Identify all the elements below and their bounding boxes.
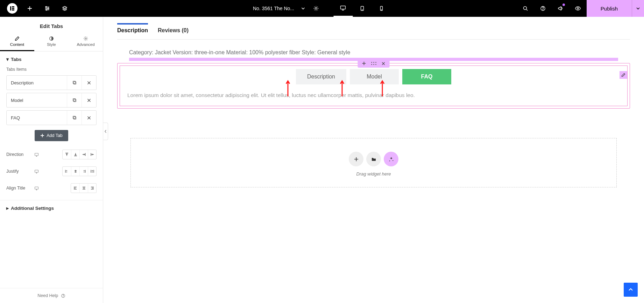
caret-right-icon: ▸ <box>6 205 9 211</box>
justify-center[interactable] <box>71 167 79 176</box>
direction-left[interactable] <box>79 150 88 159</box>
publish-label: Publish <box>601 6 618 12</box>
justify-stretch[interactable] <box>88 167 96 176</box>
align-title-segmented <box>71 183 97 193</box>
product-description-text: Category: Jacket Version: three-in-one M… <box>117 49 630 56</box>
svg-rect-0 <box>10 6 11 11</box>
responsive-icon[interactable] <box>34 169 39 174</box>
direction-top[interactable] <box>63 150 71 159</box>
panel-title: Edit Tabs <box>0 17 103 33</box>
structure-icon[interactable] <box>56 0 73 17</box>
section-tabs-toggle[interactable]: ▾ Tabs <box>0 51 103 67</box>
section-additional-toggle[interactable]: ▸ Additional Settings <box>0 200 103 216</box>
document-dropdown-icon[interactable] <box>297 0 309 17</box>
svg-rect-8 <box>341 6 346 9</box>
widget-tab-model[interactable]: Model <box>350 69 399 84</box>
help-icon[interactable] <box>534 0 552 17</box>
drop-zone[interactable]: Drag widget here <box>130 138 617 187</box>
svg-point-33 <box>371 64 372 65</box>
add-element-icon[interactable] <box>21 0 38 17</box>
widget-drag-icon[interactable] <box>371 62 377 65</box>
svg-point-34 <box>373 64 374 65</box>
align-right[interactable] <box>88 184 96 193</box>
direction-bottom[interactable] <box>71 150 79 159</box>
product-tab-description[interactable]: Description <box>117 23 148 39</box>
publish-options-icon[interactable] <box>632 0 644 17</box>
align-center[interactable] <box>79 184 88 193</box>
svg-point-6 <box>46 9 47 10</box>
duplicate-icon[interactable] <box>67 93 82 107</box>
responsive-icon[interactable] <box>34 186 39 191</box>
duplicate-icon[interactable] <box>67 76 82 90</box>
direction-label: Direction <box>6 152 34 157</box>
svg-rect-27 <box>35 187 38 189</box>
tab-item[interactable]: Description <box>6 75 97 90</box>
panel-tab-style[interactable]: Style <box>34 33 69 51</box>
dropzone-folder-button[interactable] <box>366 152 381 166</box>
panel-tab-content[interactable]: Content <box>0 33 34 51</box>
tabs-widget[interactable]: Description Model FAQ Lorem ipsum dolor … <box>117 63 630 109</box>
panel-tab-advanced[interactable]: Advanced <box>69 33 103 51</box>
justify-start[interactable] <box>63 167 71 176</box>
widget-edit-icon[interactable] <box>620 71 627 79</box>
svg-point-5 <box>48 8 49 9</box>
svg-rect-19 <box>73 82 76 84</box>
remove-icon[interactable] <box>82 93 96 107</box>
product-tab-reviews[interactable]: Reviews (0) <box>158 27 189 39</box>
svg-rect-23 <box>73 117 76 119</box>
widget-tab-faq[interactable]: FAQ <box>402 69 451 84</box>
svg-rect-24 <box>73 116 75 119</box>
svg-point-31 <box>373 62 374 63</box>
responsive-icon[interactable] <box>34 152 39 157</box>
tabs-items-label: Tabs Items <box>6 67 97 72</box>
justify-end[interactable] <box>79 167 88 176</box>
site-settings-icon[interactable] <box>38 0 56 17</box>
svg-point-35 <box>375 64 376 65</box>
svg-rect-26 <box>35 170 38 172</box>
publish-button[interactable]: Publish <box>587 0 632 17</box>
device-mobile-tab[interactable] <box>372 0 391 17</box>
chevron-up-icon <box>628 287 634 292</box>
scroll-to-top-button[interactable] <box>624 283 638 297</box>
page-settings-icon[interactable] <box>309 0 323 17</box>
gear-icon <box>83 36 88 41</box>
justify-segmented <box>62 166 97 176</box>
svg-point-12 <box>381 10 382 10</box>
direction-segmented <box>62 150 97 159</box>
tab-item[interactable]: Model <box>6 93 97 108</box>
remove-icon[interactable] <box>82 111 96 125</box>
need-help-link[interactable]: Need Help <box>0 288 103 303</box>
svg-rect-3 <box>12 9 14 11</box>
elementor-logo[interactable] <box>7 3 17 14</box>
svg-rect-1 <box>12 6 14 7</box>
device-desktop-tab[interactable] <box>333 0 353 17</box>
caret-down-icon: ▾ <box>6 56 9 62</box>
finder-search-icon[interactable] <box>517 0 534 17</box>
svg-point-18 <box>85 38 86 39</box>
widget-tab-content-text: Lorem ipsum dolor sit amet, consectetur … <box>125 92 622 98</box>
dropzone-ai-button[interactable] <box>384 152 398 166</box>
align-left[interactable] <box>71 184 79 193</box>
add-tab-button[interactable]: Add Tab <box>35 130 68 141</box>
preview-icon[interactable] <box>569 0 587 17</box>
svg-rect-25 <box>35 153 38 156</box>
duplicate-icon[interactable] <box>67 111 82 125</box>
remove-icon[interactable] <box>82 76 96 90</box>
svg-point-4 <box>45 6 47 7</box>
dropzone-add-button[interactable] <box>349 152 363 166</box>
document-title: No. 3561 The No... <box>253 6 294 11</box>
pencil-icon <box>15 36 20 41</box>
svg-point-15 <box>543 9 543 10</box>
device-tablet-tab[interactable] <box>353 0 372 17</box>
widget-add-icon[interactable] <box>362 61 366 66</box>
tab-item[interactable]: FAQ <box>6 110 97 125</box>
direction-right[interactable] <box>88 150 96 159</box>
svg-rect-20 <box>73 81 75 84</box>
svg-rect-22 <box>73 99 75 101</box>
widget-handle <box>358 59 390 68</box>
widget-close-icon[interactable] <box>382 62 385 66</box>
whats-new-icon[interactable] <box>552 0 569 17</box>
widget-tab-description[interactable]: Description <box>296 69 346 84</box>
dropzone-text: Drag widget here <box>131 171 616 177</box>
svg-point-10 <box>362 9 362 10</box>
